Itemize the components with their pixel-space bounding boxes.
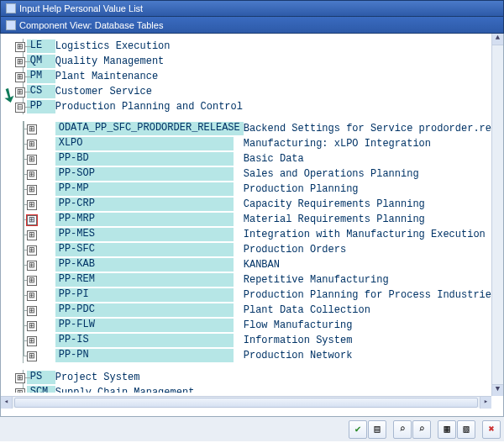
expand-icon[interactable]: ⊞ xyxy=(27,276,37,286)
cancel-button[interactable]: ✖ xyxy=(482,420,501,439)
node-desc: Material Requirements Planning xyxy=(244,212,491,227)
expand-icon[interactable]: ⊞ xyxy=(15,57,25,67)
scroll-down-button[interactable]: ▼ xyxy=(492,384,503,396)
node-code: PP-IS xyxy=(55,334,234,347)
tree-node-pp-is[interactable]: ⊞PP-ISInformation System xyxy=(14,333,491,348)
node-desc: Backend Settings for Service prodorder.r… xyxy=(244,121,491,136)
tree-pane: ⊞LELogistics Execution⊞QMQuality Managem… xyxy=(14,39,491,393)
tree-node-cs[interactable]: ⊞CSCustomer Service xyxy=(14,84,491,99)
node-desc: Information System xyxy=(244,333,491,348)
tree-node-odata_pp_sfc_prodorder_release[interactable]: ⊞ODATA_PP_SFC_PRODORDER_RELEASEBackend S… xyxy=(14,121,491,136)
expand-icon[interactable]: ⊞ xyxy=(27,170,37,180)
layout-button-2[interactable]: ▧ xyxy=(457,420,475,439)
accept-button[interactable]: ✔ xyxy=(349,420,367,439)
node-code: PP-MRP xyxy=(55,213,234,226)
layout-button-1[interactable]: ▦ xyxy=(438,420,456,439)
node-code: PP-SOP xyxy=(55,167,234,181)
window-icon xyxy=(6,3,16,13)
expand-icon[interactable]: ⊞ xyxy=(27,124,37,134)
find-button[interactable]: ⌕ xyxy=(393,420,412,439)
document-button[interactable]: ▤ xyxy=(368,420,386,439)
tree-node-pp-crp[interactable]: ⊞PP-CRPCapacity Requirements Planning xyxy=(14,197,491,212)
expand-icon[interactable]: ⊞ xyxy=(27,351,37,361)
expand-icon[interactable]: ⊞ xyxy=(27,140,37,150)
expand-icon[interactable]: ⊞ xyxy=(15,72,25,82)
expand-icon[interactable]: ⊞ xyxy=(27,261,37,271)
titlebar-text: Input Help Personal Value List xyxy=(19,3,143,13)
node-code: PP-FLW xyxy=(55,319,234,332)
expand-icon[interactable]: ⊞ xyxy=(15,388,25,393)
expand-icon[interactable]: ⊞ xyxy=(15,42,25,52)
expand-icon[interactable]: ⊞ xyxy=(15,373,25,383)
expand-icon[interactable]: ⊞ xyxy=(27,155,37,165)
expand-icon[interactable]: ⊞ xyxy=(27,245,37,256)
vertical-scrollbar[interactable]: ▲ ▼ xyxy=(491,34,503,396)
node-desc: Plant Data Collection xyxy=(244,303,491,318)
node-desc: Project System xyxy=(55,370,244,385)
node-desc: KANBAN xyxy=(244,257,491,272)
tree-node-le[interactable]: ⊞LELogistics Execution xyxy=(14,39,491,54)
node-code: PP-SFC xyxy=(55,243,234,256)
node-desc: Sales and Operations Planning xyxy=(244,166,491,182)
scroll-right-button[interactable]: ▸ xyxy=(480,397,491,409)
tree-node-pp-sop[interactable]: ⊞PP-SOPSales and Operations Planning xyxy=(14,166,491,182)
expand-icon[interactable]: ⊞ xyxy=(27,185,37,195)
component-tree[interactable]: ⊞LELogistics Execution⊞QMQuality Managem… xyxy=(14,39,491,393)
tree-node-pp-mrp[interactable]: ⊞PP-MRPMaterial Requirements Planning xyxy=(14,212,491,227)
tree-node-xlpo[interactable]: ⊞XLPOManufacturing: xLPO Integration xyxy=(14,136,491,151)
tree-node-pp-flw[interactable]: ⊞PP-FLWFlow Manufacturing xyxy=(14,318,491,333)
node-desc: Production Planning and Control xyxy=(55,99,244,114)
node-code: PP-PI xyxy=(55,288,234,302)
expand-icon[interactable]: ⊞ xyxy=(27,336,37,346)
scroll-thumb[interactable] xyxy=(14,398,478,408)
expand-icon[interactable]: ⊞ xyxy=(27,321,37,331)
tree-node-qm[interactable]: ⊞QMQuality Management xyxy=(14,54,491,69)
node-code: PP-REM xyxy=(55,273,234,287)
expand-icon[interactable]: ⊞ xyxy=(27,306,37,316)
expand-icon[interactable]: ⊞ xyxy=(15,87,25,98)
tree-node-pm[interactable]: ⊞PMPlant Maintenance xyxy=(14,69,491,84)
node-desc: Basic Data xyxy=(244,151,491,166)
node-desc: Integration with Manufacturing Execution xyxy=(244,227,491,242)
node-code: PP-MP xyxy=(55,182,234,196)
node-code: PP-CRP xyxy=(55,198,234,211)
node-code: ODATA_PP_SFC_PRODORDER_RELEASE xyxy=(55,122,244,135)
view-icon xyxy=(6,20,16,30)
node-desc: Repetitive Manufacturing xyxy=(244,272,491,287)
tree-node-pp-rem[interactable]: ⊞PP-REMRepetitive Manufacturing xyxy=(14,272,491,287)
tree-node-pp-sfc[interactable]: ⊞PP-SFCProduction Orders xyxy=(14,242,491,257)
tree-node-pp-mes[interactable]: ⊞PP-MESIntegration with Manufacturing Ex… xyxy=(14,227,491,242)
expand-icon[interactable]: ⊞ xyxy=(27,200,37,210)
node-code: PP-PN xyxy=(55,349,234,362)
tree-node-ps[interactable]: ⊞PSProject System xyxy=(14,370,491,385)
node-desc: Plant Maintenance xyxy=(55,69,244,84)
expand-icon[interactable]: ⊞ xyxy=(27,230,37,240)
node-desc: Capacity Requirements Planning xyxy=(244,197,491,212)
node-desc: Production Planning for Process Industri… xyxy=(244,287,491,303)
expand-icon[interactable]: ⊞ xyxy=(27,215,37,225)
scroll-left-button[interactable]: ◂ xyxy=(1,397,13,409)
node-desc: Flow Manufacturing xyxy=(244,318,491,333)
tree-node-scm[interactable]: ⊞SCMSupply Chain Management xyxy=(14,385,491,393)
tree-node-pp[interactable]: ⊟PPProduction Planning and Control xyxy=(14,99,491,114)
tree-node-pp-pn[interactable]: ⊞PP-PNProduction Network xyxy=(14,348,491,363)
horizontal-scrollbar[interactable]: ◂ ▸ xyxy=(1,396,491,408)
expand-icon[interactable]: ⊞ xyxy=(27,291,37,301)
tree-node-pp-kab[interactable]: ⊞PP-KABKANBAN xyxy=(14,257,491,272)
node-code: PP-KAB xyxy=(55,258,234,272)
node-desc: Production Orders xyxy=(244,242,491,257)
node-code: PP-BD xyxy=(55,152,234,166)
tree-node-pp-bd[interactable]: ⊞PP-BDBasic Data xyxy=(14,151,491,166)
node-desc: Supply Chain Management xyxy=(55,385,244,393)
node-desc: Production Network xyxy=(244,348,491,363)
tree-node-pp-mp[interactable]: ⊞PP-MPProduction Planning xyxy=(14,182,491,197)
node-code: PP-MES xyxy=(55,228,234,241)
expand-icon[interactable]: ⊟ xyxy=(15,103,25,113)
node-desc: Manufacturing: xLPO Integration xyxy=(244,136,491,151)
tree-node-pp-pi[interactable]: ⊞PP-PIProduction Planning for Process In… xyxy=(14,287,491,303)
scroll-up-button[interactable]: ▲ xyxy=(492,34,503,45)
titlebar: Input Help Personal Value List xyxy=(0,0,504,17)
tree-node-pp-pdc[interactable]: ⊞PP-PDCPlant Data Collection xyxy=(14,303,491,318)
footer-toolbar: ✔ ▤ ⌕ ⌕ ▦ ▧ ✖ xyxy=(0,416,504,441)
find-next-button[interactable]: ⌕ xyxy=(412,420,431,439)
